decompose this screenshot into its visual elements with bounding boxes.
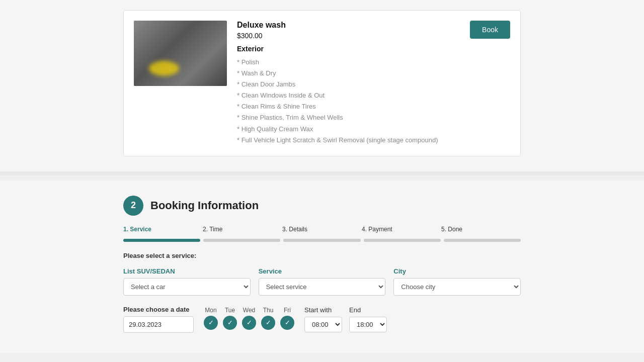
page-wrapper: Deluxe wash $300.00 Exterior * Polish* W… bbox=[0, 0, 644, 353]
booking-container: 2 Booking Information 1. Service 2. Time… bbox=[123, 196, 521, 333]
city-label: City bbox=[393, 267, 521, 275]
car-label: List SUV/SEDAN bbox=[123, 267, 251, 275]
service-group: Service Select serviceBasic WashDeluxe W… bbox=[259, 267, 386, 296]
progress-bars bbox=[123, 239, 521, 242]
end-time-group: End 18:0017:0016:00 bbox=[349, 306, 387, 332]
top-section: Deluxe wash $300.00 Exterior * Polish* W… bbox=[0, 0, 644, 171]
day-item: Tue✓ bbox=[223, 307, 237, 330]
feature-item: * Polish bbox=[237, 57, 460, 68]
end-label: End bbox=[349, 306, 387, 314]
feature-item: * Clean Windows Inside & Out bbox=[237, 90, 460, 101]
city-select[interactable]: Choose cityNew YorkLos AngelesChicago bbox=[393, 278, 521, 296]
exterior-label: Exterior bbox=[237, 45, 460, 53]
end-time-select[interactable]: 18:0017:0016:00 bbox=[349, 317, 387, 332]
day-label: Fri bbox=[284, 307, 291, 314]
date-group: Please choose a date bbox=[123, 306, 194, 333]
day-label: Tue bbox=[225, 307, 235, 314]
step-number: 2 bbox=[123, 196, 143, 216]
day-label: Mon bbox=[205, 307, 216, 314]
car-group: List SUV/SEDAN Select a carSUVSEDAN bbox=[123, 267, 251, 296]
day-label: Wed bbox=[243, 307, 255, 314]
card-content: Deluxe wash $300.00 Exterior * Polish* W… bbox=[237, 21, 460, 146]
day-item: Fri✓ bbox=[280, 307, 294, 330]
day-item: Thu✓ bbox=[261, 307, 275, 330]
progress-bar-3 bbox=[283, 239, 360, 242]
service-select[interactable]: Select serviceBasic WashDeluxe WashPremi… bbox=[259, 278, 386, 296]
feature-item: * Shine Plastics, Trim & Wheel Wells bbox=[237, 112, 460, 123]
step-payment: 4. Payment bbox=[362, 226, 441, 236]
card-inner: Deluxe wash $300.00 Exterior * Polish* W… bbox=[134, 21, 510, 146]
booking-header: 2 Booking Information bbox=[123, 196, 521, 216]
service-form-row: List SUV/SEDAN Select a carSUVSEDAN Serv… bbox=[123, 267, 521, 296]
service-title: Deluxe wash bbox=[237, 21, 460, 30]
step-service: 1. Service bbox=[123, 226, 203, 236]
feature-item: * Wash & Dry bbox=[237, 68, 460, 79]
step-details: 3. Details bbox=[282, 226, 362, 236]
feature-item: * Full Vehicle Light Scratch & Swirl Rem… bbox=[237, 135, 460, 146]
start-time-select[interactable]: 08:0009:0010:0011:00 bbox=[304, 317, 342, 332]
steps-row: 1. Service 2. Time 3. Details 4. Payment… bbox=[123, 226, 521, 236]
booking-section: 2 Booking Information 1. Service 2. Time… bbox=[0, 180, 644, 353]
service-card: Deluxe wash $300.00 Exterior * Polish* W… bbox=[123, 10, 521, 156]
book-button[interactable]: Book bbox=[470, 21, 510, 39]
booking-title: Booking Information bbox=[150, 199, 259, 212]
car-wash-visual bbox=[134, 21, 227, 86]
feature-list: * Polish* Wash & Dry* Clean Door Jambs* … bbox=[237, 57, 460, 146]
feature-item: * Clean Door Jambs bbox=[237, 79, 460, 90]
day-check-thu[interactable]: ✓ bbox=[261, 316, 275, 330]
progress-bar-5 bbox=[444, 239, 521, 242]
progress-bar-1 bbox=[123, 239, 200, 242]
start-time-group: Start with 08:0009:0010:0011:00 bbox=[304, 306, 342, 332]
day-item: Wed✓ bbox=[242, 307, 256, 330]
city-group: City Choose cityNew YorkLos AngelesChica… bbox=[393, 267, 521, 296]
day-label: Thu bbox=[263, 307, 274, 314]
car-select[interactable]: Select a carSUVSEDAN bbox=[123, 278, 251, 296]
day-check-mon[interactable]: ✓ bbox=[204, 316, 218, 330]
day-check-fri[interactable]: ✓ bbox=[280, 316, 294, 330]
date-input[interactable] bbox=[123, 316, 194, 333]
service-label: Service bbox=[259, 267, 386, 275]
start-label: Start with bbox=[304, 306, 342, 314]
time-pair: Start with 08:0009:0010:0011:00 End 18:0… bbox=[304, 306, 387, 332]
service-image bbox=[134, 21, 227, 86]
date-section: Please choose a date Mon✓Tue✓Wed✓Thu✓Fri… bbox=[123, 306, 521, 333]
feature-item: * High Quality Cream Wax bbox=[237, 124, 460, 135]
days-group: Mon✓Tue✓Wed✓Thu✓Fri✓ bbox=[204, 307, 294, 332]
date-label: Please choose a date bbox=[123, 306, 194, 313]
progress-bar-4 bbox=[364, 239, 441, 242]
day-item: Mon✓ bbox=[204, 307, 218, 330]
step-done: 5. Done bbox=[441, 226, 521, 236]
please-select-label: Please select a service: bbox=[123, 252, 521, 259]
day-check-tue[interactable]: ✓ bbox=[223, 316, 237, 330]
progress-bar-2 bbox=[203, 239, 280, 242]
feature-item: * Clean Rims & Shine Tires bbox=[237, 101, 460, 112]
service-price: $300.00 bbox=[237, 32, 460, 40]
step-time: 2. Time bbox=[203, 226, 282, 236]
mid-divider bbox=[0, 171, 644, 175]
day-check-wed[interactable]: ✓ bbox=[242, 316, 256, 330]
